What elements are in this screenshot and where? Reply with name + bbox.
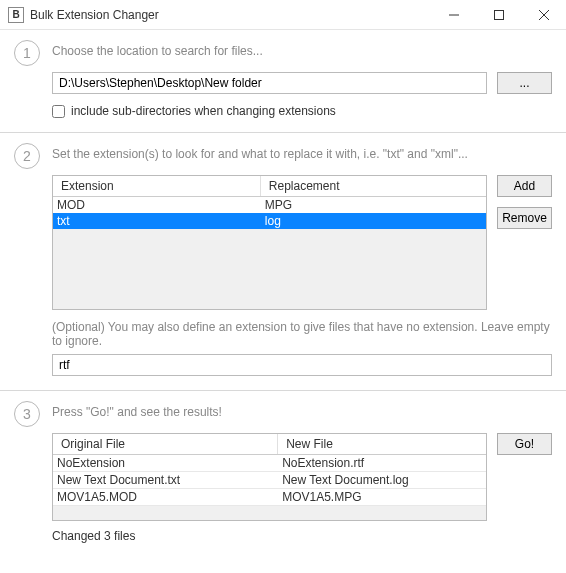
browse-button[interactable]: ... [497,72,552,94]
step-2-badge: 2 [14,143,40,169]
cell-extension: MOD [53,197,261,213]
no-ext-input[interactable] [52,354,552,376]
step-1-badge: 1 [14,40,40,66]
cell-new-file: NoExtension.rtf [278,455,486,471]
col-new-file[interactable]: New File [278,434,486,454]
cell-replacement: log [261,213,486,229]
step-3-badge: 3 [14,401,40,427]
table-row[interactable]: txtlog [53,213,486,229]
no-ext-note: (Optional) You may also define an extens… [52,320,552,348]
cell-new-file: MOV1A5.MPG [278,489,486,505]
table-row[interactable]: MODMPG [53,197,486,213]
step-2-desc: Set the extension(s) to look for and wha… [52,143,552,161]
cell-extension: txt [53,213,261,229]
step-3-desc: Press "Go!" and see the results! [52,401,552,419]
step-2: 2 Set the extension(s) to look for and w… [0,133,566,391]
cell-original-file: NoExtension [53,455,278,471]
cell-replacement: MPG [261,197,486,213]
col-replacement[interactable]: Replacement [261,176,486,196]
step-3: 3 Press "Go!" and see the results! Origi… [0,391,566,557]
step-1: 1 Choose the location to search for file… [0,30,566,133]
include-subdirs-label: include sub-directories when changing ex… [71,104,336,118]
include-subdirs-row[interactable]: include sub-directories when changing ex… [52,104,552,118]
cell-original-file: MOV1A5.MOD [53,489,278,505]
table-row[interactable]: MOV1A5.MODMOV1A5.MPG [53,489,486,506]
step-1-desc: Choose the location to search for files.… [52,40,552,58]
window-title: Bulk Extension Changer [30,8,159,22]
path-input[interactable] [52,72,487,94]
table-row[interactable]: NoExtensionNoExtension.rtf [53,455,486,472]
results-table[interactable]: Original File New File NoExtensionNoExte… [52,433,487,521]
titlebar: B Bulk Extension Changer [0,0,566,30]
cell-new-file: New Text Document.log [278,472,486,488]
go-button[interactable]: Go! [497,433,552,455]
minimize-button[interactable] [431,0,476,30]
table-row[interactable]: New Text Document.txtNew Text Document.l… [53,472,486,489]
extension-table[interactable]: Extension Replacement MODMPGtxtlog [52,175,487,310]
svg-rect-1 [494,10,503,19]
maximize-button[interactable] [476,0,521,30]
remove-button[interactable]: Remove [497,207,552,229]
close-button[interactable] [521,0,566,30]
include-subdirs-checkbox[interactable] [52,105,65,118]
add-button[interactable]: Add [497,175,552,197]
cell-original-file: New Text Document.txt [53,472,278,488]
status-text: Changed 3 files [52,529,552,543]
app-icon: B [8,7,24,23]
col-extension[interactable]: Extension [53,176,261,196]
col-original-file[interactable]: Original File [53,434,278,454]
